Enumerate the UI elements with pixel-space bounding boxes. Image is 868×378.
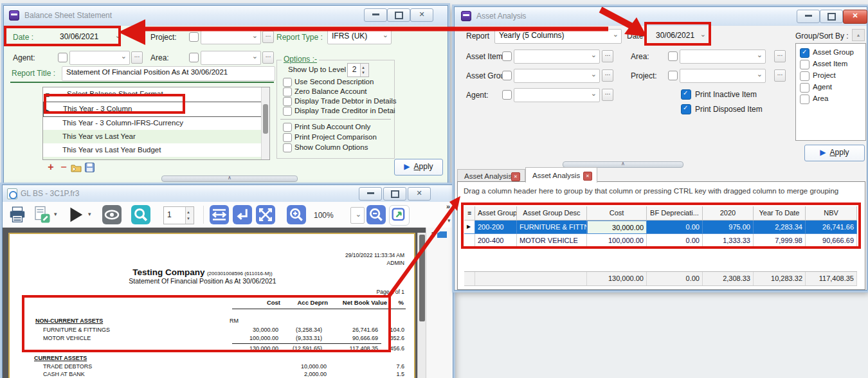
aa-agent-browse-button[interactable]: ... bbox=[602, 89, 613, 101]
aa-titlebar[interactable]: Asset Analysis ✕ bbox=[455, 7, 867, 26]
tab-asset-analysis-2[interactable]: Asset Analysis ✕ bbox=[525, 167, 597, 183]
format-item[interactable]: This Year vs Last Year bbox=[43, 130, 262, 143]
format-item[interactable]: This Year vs Last Year Budget bbox=[43, 143, 262, 157]
display-trade-debtor-checkbox[interactable] bbox=[283, 97, 292, 106]
agent-sort-checkbox[interactable] bbox=[800, 83, 809, 93]
bs-collapse-splitter[interactable]: ∧ bbox=[161, 176, 298, 182]
find-icon[interactable] bbox=[131, 205, 150, 224]
fit-width-icon[interactable] bbox=[210, 205, 229, 224]
print-disposed-checkbox[interactable]: ✓ bbox=[681, 104, 691, 114]
aa-date-dropdown[interactable]: 30/06/2021 ⌄ bbox=[651, 29, 709, 44]
group-sort-listbox[interactable]: ✓Asset Group Asset Item Project Agent Ar… bbox=[795, 43, 866, 141]
export-dropdown-icon[interactable]: ▾ bbox=[54, 211, 57, 217]
maximize-button[interactable] bbox=[383, 187, 406, 201]
area-dropdown[interactable]: ⌄ bbox=[201, 51, 261, 65]
open-folder-icon[interactable] bbox=[71, 163, 82, 174]
report-dropdown[interactable]: Yearly (5 Columns) ⌄ bbox=[494, 29, 622, 44]
aa-project-checkbox[interactable] bbox=[668, 71, 678, 80]
run-dropdown-icon[interactable]: ▾ bbox=[88, 211, 91, 217]
zero-balance-account-checkbox[interactable] bbox=[283, 87, 292, 96]
project-dropdown[interactable]: ⌄ bbox=[201, 30, 261, 44]
print-inactive-checkbox[interactable]: ✓ bbox=[681, 89, 691, 100]
minimize-button[interactable] bbox=[359, 187, 382, 201]
grid-row-selected[interactable]: ▶ 200-200 FURNITURE & FITTN... 30,000.00… bbox=[464, 221, 857, 234]
toolbar-overflow-dropdown-icon[interactable]: ▾ bbox=[448, 217, 451, 224]
resize-window-icon[interactable] bbox=[389, 205, 410, 226]
asset-item-sort-checkbox[interactable] bbox=[800, 60, 809, 69]
fit-height-icon[interactable] bbox=[233, 205, 252, 224]
aa-apply-button[interactable]: ▶Apply bbox=[804, 145, 865, 161]
maximize-button[interactable] bbox=[387, 8, 410, 22]
close-button[interactable]: ✕ bbox=[408, 187, 431, 201]
page-number-spinner[interactable]: 1 ▲ ▼ bbox=[163, 206, 194, 224]
report-title-input[interactable]: Statement Of Financial Position As At 30… bbox=[62, 66, 275, 81]
aa-area-dropdown[interactable]: ⌄ bbox=[680, 50, 766, 64]
aa-project-browse-button[interactable]: ... bbox=[774, 69, 786, 82]
show-column-options-checkbox[interactable] bbox=[283, 143, 292, 152]
minimize-button[interactable] bbox=[797, 10, 820, 23]
asset-group-dropdown[interactable]: ⌄ bbox=[514, 69, 600, 83]
print-sub-account-checkbox[interactable] bbox=[283, 123, 292, 132]
project-checkbox[interactable] bbox=[189, 32, 199, 42]
save-icon[interactable] bbox=[85, 163, 95, 174]
asset-item-dropdown[interactable]: ⌄ bbox=[514, 50, 600, 64]
close-button[interactable]: ✕ bbox=[410, 8, 433, 22]
run-report-icon[interactable] bbox=[66, 205, 85, 226]
print-project-comparison-checkbox[interactable] bbox=[283, 133, 292, 142]
preview-vertical-scrollbar[interactable] bbox=[417, 233, 426, 378]
display-trade-creditor-checkbox[interactable] bbox=[283, 107, 292, 116]
close-button[interactable]: ✕ bbox=[843, 10, 867, 24]
group-scroll-up-button[interactable]: ▲ bbox=[852, 29, 865, 41]
page-thumbnail-icon[interactable] bbox=[437, 231, 447, 238]
toolbar-overflow-icon[interactable]: » bbox=[446, 203, 450, 210]
asset-group-sort-checkbox[interactable]: ✓ bbox=[800, 48, 809, 58]
report-type-dropdown[interactable]: IFRS (UK) ⌄ bbox=[327, 30, 392, 44]
grid-header-row[interactable]: ≣ Asset Group Asset Group Desc Cost BF D… bbox=[464, 206, 857, 221]
agent-dropdown[interactable]: ⌄ bbox=[69, 51, 130, 65]
spinner-up-icon[interactable]: ▲ bbox=[186, 210, 190, 214]
asset-grid[interactable]: ≣ Asset Group Asset Group Desc Cost BF D… bbox=[464, 206, 857, 248]
tab-asset-analysis-1[interactable]: Asset Analysis ✕ bbox=[457, 169, 525, 183]
aa-agent-dropdown[interactable]: ⌄ bbox=[514, 88, 600, 102]
minimize-button[interactable] bbox=[364, 8, 387, 22]
grid-row[interactable]: 200-400 MOTOR VEHICLE 100,000.00 0.00 1,… bbox=[464, 234, 857, 248]
print-icon[interactable] bbox=[8, 205, 27, 226]
tab-close-icon[interactable]: ✕ bbox=[511, 172, 520, 181]
add-format-button[interactable]: + bbox=[45, 161, 57, 173]
format-item-selected[interactable]: ▶ This Year - 3 Column bbox=[43, 102, 262, 117]
zoom-out-icon[interactable] bbox=[366, 205, 386, 224]
area-sort-checkbox[interactable] bbox=[800, 94, 809, 104]
date-dropdown[interactable]: 30/06/2021 ⌄ bbox=[55, 30, 124, 44]
page-thumbnail-panel[interactable]: 1 bbox=[426, 228, 452, 378]
use-second-description-checkbox[interactable] bbox=[283, 78, 292, 87]
tab-close-icon[interactable]: ✕ bbox=[583, 172, 592, 181]
format-list-scrollbar[interactable] bbox=[261, 87, 269, 159]
asset-group-browse-button[interactable]: ... bbox=[602, 69, 613, 82]
spinner-down-icon[interactable]: ▼ bbox=[186, 217, 190, 221]
aa-project-dropdown[interactable]: ⌄ bbox=[680, 69, 766, 83]
show-level-spinner[interactable]: 2 ▲ ▼ bbox=[347, 63, 369, 77]
format-item[interactable]: This Year - 3 Column-IFRS-Currency bbox=[43, 116, 262, 130]
asset-group-checkbox[interactable] bbox=[502, 71, 512, 80]
fit-page-icon[interactable] bbox=[256, 205, 275, 224]
viewer-titlebar[interactable]: GL BS - 3C1P.fr3 ✕ bbox=[3, 185, 453, 203]
area-browse-button[interactable]: ... bbox=[262, 51, 274, 64]
apply-button[interactable]: ▶Apply bbox=[394, 159, 443, 176]
zoom-dropdown[interactable]: ⌄ bbox=[350, 207, 365, 224]
export-icon[interactable] bbox=[32, 205, 51, 226]
project-browse-button[interactable]: ... bbox=[262, 31, 274, 43]
aa-agent-checkbox[interactable] bbox=[502, 90, 512, 100]
aa-area-checkbox[interactable] bbox=[668, 51, 678, 61]
asset-item-browse-button[interactable]: ... bbox=[602, 50, 613, 62]
remove-format-button[interactable]: − bbox=[58, 161, 69, 173]
agent-checkbox[interactable] bbox=[58, 53, 68, 62]
zoom-in-icon[interactable] bbox=[287, 205, 306, 224]
balance-sheet-format-list[interactable]: ≣ - Select Balance Sheet Format - ▶ This… bbox=[42, 87, 270, 160]
format-item[interactable]: Comparison - Monthly (12 Months) bbox=[43, 157, 262, 160]
report-page[interactable]: 29/10/2022 11:33:34 AM ADMIN Testing Com… bbox=[8, 233, 415, 378]
bs-titlebar[interactable]: Balance Sheet Statement ✕ bbox=[4, 6, 448, 26]
preview-eye-icon[interactable] bbox=[102, 205, 122, 224]
maximize-button[interactable] bbox=[820, 10, 843, 23]
agent-browse-button[interactable]: ... bbox=[131, 51, 143, 64]
project-sort-checkbox[interactable] bbox=[800, 71, 809, 81]
